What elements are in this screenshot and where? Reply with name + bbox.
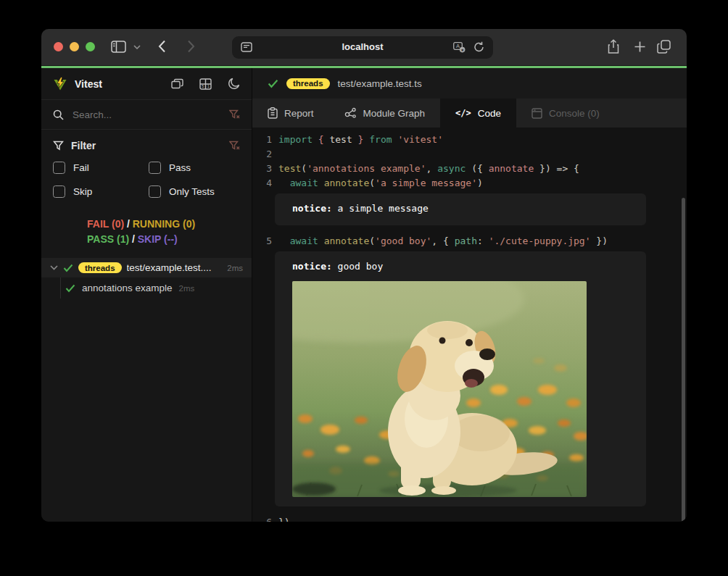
line-number: 6	[252, 515, 272, 522]
test-summary: FAIL (0) / RUNNING (0) PASS (1) / SKIP (…	[41, 212, 252, 251]
graph-nodes-icon	[344, 107, 357, 119]
tab-report[interactable]: Report	[252, 99, 329, 128]
line-number: 1	[252, 133, 272, 147]
reload-icon[interactable]	[473, 41, 484, 56]
svg-text:★: ★	[460, 48, 464, 52]
address-bar[interactable]: localhost A ★	[232, 36, 493, 59]
attachment-image[interactable]	[292, 281, 587, 497]
puppy-photo	[292, 281, 587, 497]
search-bar	[41, 100, 252, 130]
app-title: Vitest	[75, 78, 102, 90]
test-case-row[interactable]: annotations example 2ms	[41, 277, 252, 299]
stacked-windows-icon	[171, 78, 183, 89]
sidebar-icon	[111, 41, 126, 53]
tab-module-graph[interactable]: Module Graph	[329, 99, 441, 128]
code-editor[interactable]: 1import { test } from 'vitest'23test('an…	[252, 128, 687, 522]
file-header: threads test/example.test.ts	[252, 68, 687, 99]
pass-check-icon	[268, 79, 278, 88]
minimize-button[interactable]	[70, 42, 79, 51]
editor-scrollbar[interactable]	[682, 198, 685, 522]
theme-toggle-button[interactable]	[228, 78, 240, 90]
back-button[interactable]	[158, 40, 166, 53]
clear-filter-button[interactable]	[229, 141, 240, 151]
code-line-6: 6})	[252, 515, 687, 522]
chevron-down-icon[interactable]	[50, 265, 58, 270]
dashboard-button[interactable]: 5 1	[199, 78, 212, 90]
browser-window: localhost A ★	[41, 29, 687, 522]
pass-check-icon	[63, 264, 73, 272]
checkbox-icon[interactable]	[149, 185, 161, 198]
report-grid-icon: 5 1	[199, 78, 212, 90]
filter-checkbox-pass[interactable]: Pass	[149, 162, 240, 174]
forward-button[interactable]	[187, 40, 195, 53]
svg-text:5: 5	[202, 84, 204, 88]
main-panel: threads test/example.test.ts Report	[252, 68, 687, 522]
filter-clear-icon	[229, 109, 240, 120]
code-line-4: 4 await annotate('a simple message')	[252, 176, 687, 191]
test-file-name: test/example.test....	[127, 262, 212, 273]
tab-code[interactable]: </> Code	[440, 99, 516, 128]
annotation-notice: notice: a simple message	[275, 193, 646, 225]
line-number: 2	[252, 147, 272, 162]
filter-title: Filter	[71, 140, 222, 151]
code-line-3: 3test('annotations example', async ({ an…	[252, 162, 687, 176]
funnel-icon	[53, 141, 64, 151]
code-line-5: 5 await annotate('good boy', { path: './…	[252, 234, 687, 249]
search-input[interactable]	[71, 109, 222, 121]
filter-options: Fail Pass Skip Only Tests	[53, 162, 240, 198]
moon-icon	[228, 78, 240, 90]
sidebar-toggle-button[interactable]	[111, 41, 126, 53]
vitest-logo-icon	[53, 77, 67, 91]
filter-checkbox-skip[interactable]: Skip	[53, 185, 144, 198]
notice-text: good boy	[332, 261, 383, 272]
toolbar-chevron-down-icon[interactable]	[133, 45, 141, 49]
test-file-duration: 2ms	[227, 264, 243, 272]
tab-overview-button[interactable]	[657, 40, 671, 54]
new-tab-button[interactable]	[634, 41, 645, 52]
svg-text:1: 1	[207, 84, 210, 88]
code-line-1: 1import { test } from 'vitest'	[252, 133, 687, 147]
test-tree: threads test/example.test.... 2ms annota…	[41, 258, 252, 299]
test-case-name: annotations example	[82, 283, 173, 293]
pass-check-icon	[65, 284, 75, 293]
code-icon: </>	[455, 108, 471, 118]
zoom-button[interactable]	[86, 42, 95, 51]
tab-bar: Report Module Graph </> Code	[252, 99, 687, 128]
line-number: 4	[252, 176, 272, 191]
line-number: 5	[252, 234, 272, 249]
notice-text: a simple message	[332, 203, 429, 214]
pool-badge: threads	[286, 78, 330, 89]
running-count: RUNNING (0)	[133, 218, 195, 230]
sidebar-header: Vitest 5 1	[41, 68, 252, 100]
filter-checkbox-fail[interactable]: Fail	[53, 162, 144, 174]
line-number: 3	[252, 162, 272, 176]
file-path: test/example.test.ts	[338, 78, 422, 89]
checkbox-icon[interactable]	[53, 162, 65, 174]
tab-console[interactable]: Console (0)	[516, 99, 615, 128]
browser-toolbar: localhost A ★	[41, 29, 687, 65]
notice-label: notice:	[292, 203, 332, 214]
fail-count: FAIL (0)	[87, 218, 124, 230]
clear-search-button[interactable]	[229, 109, 240, 120]
skip-count: SKIP (--)	[138, 233, 178, 245]
checkbox-icon[interactable]	[53, 185, 65, 198]
notice-label: notice:	[292, 261, 332, 272]
console-panel-icon	[531, 108, 542, 119]
annotation-notice: notice: good boy	[275, 251, 646, 506]
close-button[interactable]	[54, 42, 63, 51]
pass-count: PASS (1)	[87, 233, 129, 245]
checkbox-icon[interactable]	[149, 162, 161, 174]
share-button[interactable]	[607, 39, 620, 54]
pool-badge: threads	[78, 262, 122, 273]
collapse-tests-button[interactable]	[171, 78, 183, 89]
filter-clear-icon	[229, 141, 240, 151]
svg-text:A: A	[456, 43, 460, 49]
test-file-row[interactable]: threads test/example.test.... 2ms	[41, 258, 252, 277]
app-content: Vitest 5 1	[41, 68, 687, 522]
filter-section: Filter Fail Pass Skip Only Tests	[41, 130, 252, 209]
filter-checkbox-only-tests[interactable]: Only Tests	[149, 185, 240, 198]
search-icon	[53, 109, 64, 120]
translate-icon[interactable]: A ★	[453, 42, 466, 56]
code-line-2: 2	[252, 147, 687, 162]
test-case-duration: 2ms	[179, 284, 195, 293]
